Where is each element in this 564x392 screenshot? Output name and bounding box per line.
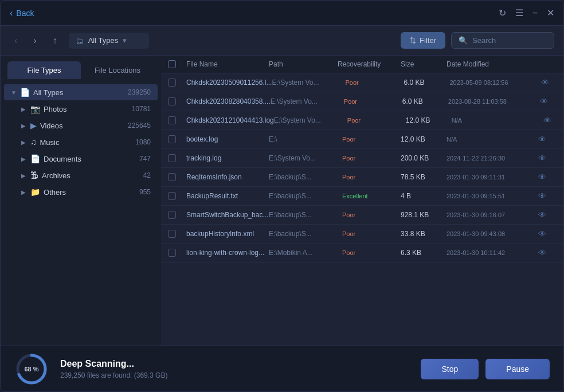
preview-icon[interactable]: 👁 bbox=[538, 135, 546, 144]
file-date: 2023-01-30 09:16:07 bbox=[446, 211, 538, 218]
menu-icon[interactable]: ☰ bbox=[515, 7, 523, 18]
others-icon: 📁 bbox=[30, 187, 40, 197]
main-content: File Types File Locations ▼ 📄 All Types … bbox=[1, 56, 563, 346]
photos-count: 10781 bbox=[132, 105, 151, 113]
preview-icon[interactable]: 👁 bbox=[538, 154, 546, 163]
checkbox-col[interactable] bbox=[168, 60, 186, 68]
expand-arrow-icon: ▶ bbox=[21, 123, 27, 129]
file-size: 4 B bbox=[401, 192, 446, 200]
close-icon[interactable]: ✕ bbox=[547, 7, 554, 18]
row-checkbox[interactable] bbox=[168, 249, 176, 257]
pause-button[interactable]: Pause bbox=[485, 359, 550, 379]
search-box: 🔍 bbox=[451, 32, 554, 49]
preview-icon[interactable]: 👁 bbox=[538, 210, 546, 219]
table-row[interactable]: backupHistoryInfo.xml E:\backup\S... Poo… bbox=[161, 225, 563, 244]
search-icon: 🔍 bbox=[459, 36, 468, 45]
nav-back-button[interactable]: ‹ bbox=[10, 33, 22, 48]
breadcrumb[interactable]: 🗂 All Types ▾ bbox=[69, 33, 149, 49]
file-date: 2023-01-30 10:11:42 bbox=[446, 249, 538, 256]
col-path[interactable]: Path bbox=[269, 60, 338, 68]
file-name: tracking.log bbox=[186, 154, 269, 162]
row-checkbox[interactable] bbox=[168, 173, 176, 181]
file-path: E:\System Vo... bbox=[271, 97, 339, 105]
row-checkbox[interactable] bbox=[168, 135, 176, 143]
recoverability-badge: Poor bbox=[338, 248, 360, 257]
sidebar-items: ▼ 📄 All Types 239250 ▶ 📷 Photos 10781 ▶ … bbox=[1, 79, 161, 346]
file-date: N/A bbox=[452, 117, 543, 124]
refresh-icon[interactable]: ↻ bbox=[499, 7, 506, 18]
sidebar-item-music[interactable]: ▶ ♫ Music 1080 bbox=[4, 134, 158, 150]
table-row[interactable]: bootex.log E:\ Poor 12.0 KB N/A 👁 bbox=[161, 130, 563, 149]
music-icon: ♫ bbox=[30, 138, 37, 147]
preview-icon[interactable]: 👁 bbox=[538, 229, 546, 238]
documents-count: 747 bbox=[139, 155, 151, 163]
nav-up-button[interactable]: ↑ bbox=[48, 33, 62, 48]
nav-forward-button[interactable]: › bbox=[29, 33, 41, 48]
sidebar-item-all-types[interactable]: ▼ 📄 All Types 239250 bbox=[4, 84, 158, 100]
status-actions: Stop Pause bbox=[421, 359, 550, 379]
col-file-name[interactable]: File Name bbox=[186, 60, 269, 68]
expand-arrow-icon: ▶ bbox=[21, 173, 27, 179]
preview-icon[interactable]: 👁 bbox=[538, 248, 546, 257]
row-checkbox[interactable] bbox=[168, 116, 176, 124]
col-size[interactable]: Size bbox=[401, 60, 446, 68]
table-row[interactable]: Chkdsk20230828040358.... E:\System Vo...… bbox=[161, 92, 563, 111]
file-path: E:\System Vo... bbox=[274, 116, 343, 124]
table-row[interactable]: tracking.log E:\System Vo... Poor 200.0 … bbox=[161, 149, 563, 168]
preview-icon[interactable]: 👁 bbox=[538, 191, 546, 201]
preview-icon[interactable]: 👁 bbox=[540, 97, 548, 106]
file-date: N/A bbox=[446, 136, 538, 143]
file-path: E:\Mobikin A... bbox=[269, 249, 338, 257]
recoverability-badge: Poor bbox=[338, 173, 360, 182]
col-recoverability[interactable]: Recoverability bbox=[338, 60, 401, 68]
others-count: 955 bbox=[139, 188, 151, 196]
expand-arrow-icon: ▶ bbox=[21, 156, 27, 162]
documents-icon: 📄 bbox=[30, 154, 40, 163]
table-row[interactable]: Chkdsk20231210044413.log E:\System Vo...… bbox=[161, 111, 563, 130]
file-name: bootex.log bbox=[186, 135, 269, 143]
search-input[interactable] bbox=[472, 36, 547, 45]
row-checkbox[interactable] bbox=[168, 211, 176, 219]
preview-icon[interactable]: 👁 bbox=[543, 116, 551, 125]
filter-button[interactable]: ⇅ Filter bbox=[401, 32, 445, 49]
file-name: ReqItemsInfo.json bbox=[186, 173, 269, 181]
sidebar-item-others[interactable]: ▶ 📁 Others 955 bbox=[4, 184, 158, 200]
sidebar-item-documents[interactable]: ▶ 📄 Documents 747 bbox=[4, 151, 158, 167]
file-path: E:\ bbox=[269, 135, 338, 143]
minimize-icon[interactable]: − bbox=[532, 8, 538, 18]
table-body: Chkdsk20230509011256.l... E:\System Vo..… bbox=[161, 73, 563, 346]
row-checkbox[interactable] bbox=[168, 154, 176, 162]
archives-icon: 🗜 bbox=[30, 171, 38, 180]
col-date-modified[interactable]: Date Modified bbox=[446, 60, 538, 68]
scan-title: Deep Scanning... bbox=[60, 359, 409, 369]
scan-info: Deep Scanning... 239,250 files are found… bbox=[60, 359, 409, 379]
tab-file-locations[interactable]: File Locations bbox=[81, 61, 154, 79]
photos-label: Photos bbox=[44, 105, 128, 113]
stop-button[interactable]: Stop bbox=[421, 359, 479, 379]
table-row[interactable]: SmartSwitchBackup_bac... E:\backup\S... … bbox=[161, 206, 563, 225]
sidebar-tabs: File Types File Locations bbox=[1, 56, 161, 79]
preview-icon[interactable]: 👁 bbox=[538, 173, 546, 182]
row-checkbox[interactable] bbox=[168, 79, 176, 87]
expand-arrow-icon: ▼ bbox=[11, 89, 17, 96]
table-row[interactable]: lion-king-with-crown-log... E:\Mobikin A… bbox=[161, 244, 563, 262]
table-row[interactable]: Chkdsk20230509011256.l... E:\System Vo..… bbox=[161, 73, 563, 92]
all-types-icon: 📄 bbox=[20, 88, 30, 97]
table-row[interactable]: BackupResult.txt E:\backup\S... Excellen… bbox=[161, 187, 563, 206]
file-path: E:\backup\S... bbox=[269, 211, 338, 219]
folder-icon: 🗂 bbox=[76, 36, 84, 45]
row-checkbox[interactable] bbox=[168, 230, 176, 238]
back-button[interactable]: ‹ Back bbox=[10, 8, 34, 18]
sidebar-item-archives[interactable]: ▶ 🗜 Archives 42 bbox=[4, 167, 158, 183]
sidebar-item-videos[interactable]: ▶ ▶ Videos 225645 bbox=[4, 117, 158, 134]
recoverability-badge: Poor bbox=[338, 229, 360, 238]
row-checkbox[interactable] bbox=[168, 192, 176, 200]
table-header: File Name Path Recoverability Size Date … bbox=[161, 56, 563, 73]
expand-arrow-icon: ▶ bbox=[21, 106, 27, 112]
tab-file-types[interactable]: File Types bbox=[7, 61, 81, 79]
table-row[interactable]: ReqItemsInfo.json E:\backup\S... Poor 78… bbox=[161, 168, 563, 187]
row-checkbox[interactable] bbox=[168, 97, 176, 105]
recoverability-badge: Poor bbox=[338, 154, 360, 163]
sidebar-item-photos[interactable]: ▶ 📷 Photos 10781 bbox=[4, 101, 158, 117]
preview-icon[interactable]: 👁 bbox=[541, 78, 549, 87]
